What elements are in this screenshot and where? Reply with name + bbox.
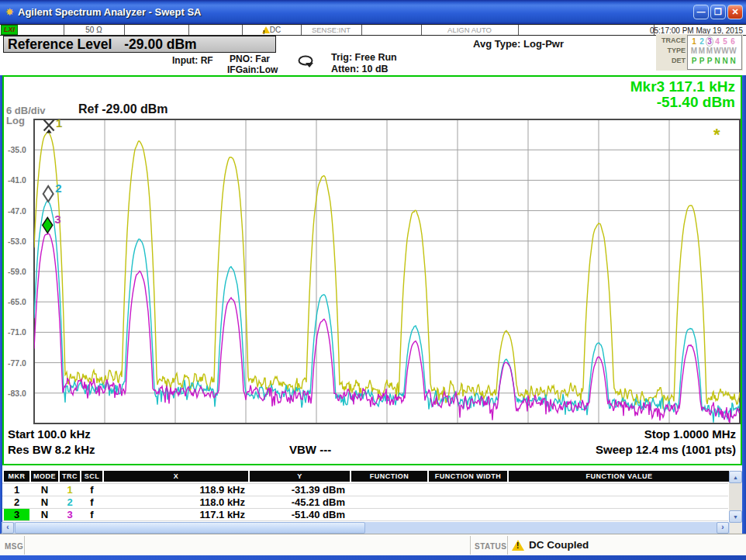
y-axis-label: -35.0 — [8, 145, 26, 154]
divider — [24, 536, 25, 555]
lxi-badge: LXI — [1, 25, 18, 35]
scroll-right-button[interactable]: › — [717, 522, 729, 534]
trace-number-5: 5 — [721, 37, 729, 46]
status-strip-divider — [124, 25, 125, 35]
col-header-mkr[interactable]: MKR — [4, 471, 29, 482]
start-freq-label: Start 100.0 kHz — [8, 427, 91, 441]
marker-table-row-1[interactable]: 1N1f118.9 kHz-31.39 dBm — [2, 484, 730, 496]
trace-det-value: N — [713, 57, 721, 65]
marker-readout: Mkr3 117.1 kHz -51.40 dBm — [630, 79, 735, 110]
trace-number-1: 1 — [690, 37, 698, 46]
sweep-label: Sweep 12.4 ms (1001 pts) — [596, 443, 736, 456]
atten-setting: Atten: 10 dB — [331, 64, 389, 74]
trace-type-value: W — [713, 47, 721, 55]
trace-det-value: P — [698, 57, 706, 65]
trace-values-box: 123456 MMMWWW PPPNNN — [687, 35, 742, 70]
cell-x: 118.0 kHz — [104, 496, 245, 508]
reference-level-value: -29.00 dBm — [124, 36, 196, 52]
status-label: STATUS — [475, 542, 507, 551]
dc-label: DC — [270, 26, 281, 34]
impedance-indicator: 50 Ω — [64, 26, 124, 34]
col-header-trc[interactable]: TRC — [60, 471, 80, 482]
trace-number-4: 4 — [713, 37, 721, 46]
message-status-bar: MSG STATUS ! DC Coupled — [0, 534, 746, 555]
trace-type-value: M — [706, 47, 713, 55]
trace-det-value: P — [690, 57, 698, 65]
trace-number-2: 2 — [698, 37, 706, 46]
title-bar[interactable]: ✸ Agilent Spectrum Analyzer - Swept SA —… — [0, 0, 746, 24]
avg-type-setting: Avg Type: Log-Pwr — [473, 38, 564, 50]
marker-3-glyph — [43, 217, 53, 233]
spectrum-display-panel: 123 Mkr3 117.1 kHz -51.40 dBm 6 dB/div L… — [2, 75, 742, 465]
warning-exclamation: ! — [263, 29, 265, 36]
input-setting: Input: RF — [172, 55, 213, 66]
y-axis-label: -41.0 — [8, 175, 26, 185]
col-header-x[interactable]: X — [104, 471, 248, 482]
cell-y: -31.39 dBm — [250, 484, 345, 496]
ref-level-annotation: Ref -29.00 dBm — [78, 102, 168, 116]
y-axis-label: -53.0 — [8, 237, 26, 246]
y-axis-label: -47.0 — [8, 206, 26, 216]
trace-type-value: W — [729, 47, 737, 55]
window-border-bottom — [0, 555, 746, 560]
marker-label-3: 3 — [54, 213, 60, 226]
scrollbar-thumb[interactable] — [15, 522, 365, 534]
minimize-button[interactable]: — — [693, 5, 709, 19]
cell-trc: 2 — [60, 496, 80, 508]
y-axis-label: -71.0 — [8, 327, 26, 337]
warning-exclamation: ! — [516, 541, 519, 550]
pno-setting: PNO: Far — [230, 54, 270, 64]
status-strip-divider — [188, 25, 189, 35]
trace-number-3: 3 — [706, 36, 713, 47]
marker-label-2: 2 — [55, 181, 61, 195]
cell-mode: N — [31, 496, 58, 508]
y-axis-label: -83.0 — [8, 389, 26, 398]
trace-det-row: PPPNNN — [690, 57, 741, 67]
horizontal-scrollbar[interactable]: ‹ › — [2, 522, 730, 534]
marker-readout-freq: Mkr3 117.1 kHz — [630, 79, 735, 95]
close-button[interactable]: ✕ — [727, 5, 743, 19]
marker-2-glyph — [43, 186, 54, 202]
log-scale-label: Log — [6, 115, 25, 126]
dc-warning-indicator: !DC — [242, 26, 301, 34]
trace-type-value: W — [721, 47, 729, 55]
marker-1-apex — [47, 130, 52, 133]
cell-trc: 3 — [60, 509, 80, 520]
spectrum-plot: 123 — [4, 77, 741, 464]
status-strip-divider — [518, 25, 519, 35]
col-header-function-value[interactable]: FUNCTION VALUE — [509, 471, 730, 482]
marker-readout-ampl: -51.40 dBm — [630, 95, 735, 110]
cell-y: -51.40 dBm — [250, 509, 345, 520]
marker-table-row-3[interactable]: 3N3f117.1 kHz-51.40 dBm — [2, 509, 730, 521]
vertical-scrollbar[interactable]: ▲ ▼ — [729, 471, 742, 523]
col-header-mode[interactable]: MODE — [31, 471, 58, 482]
scroll-left-button[interactable]: ‹ — [2, 522, 14, 534]
app-icon: ✸ — [5, 6, 14, 18]
col-header-function-width[interactable]: FUNCTION WIDTH — [429, 471, 507, 482]
reference-level-label: Reference Level — [8, 36, 112, 52]
marker-label-1: 1 — [56, 116, 62, 130]
res-bw-label: Res BW 8.2 kHz — [8, 443, 95, 456]
cell-y: -45.21 dBm — [250, 496, 345, 508]
y-axis-label: -65.0 — [8, 297, 26, 306]
col-header-function[interactable]: FUNCTION — [351, 471, 427, 482]
cell-x: 118.9 kHz — [104, 484, 245, 496]
trace-type-row: MMMWWW — [690, 47, 741, 57]
trace-det-value: N — [721, 57, 729, 65]
window-border-right — [742, 24, 746, 560]
trace-type-value: M — [690, 47, 698, 55]
scroll-down-button[interactable]: ▼ — [729, 510, 742, 523]
header-area: Reference Level-29.00 dBm Input: RF PNO:… — [0, 36, 746, 75]
col-header-y[interactable]: Y — [250, 471, 350, 482]
reference-level-box[interactable]: Reference Level-29.00 dBm — [3, 36, 276, 53]
vbw-label: VBW --- — [289, 443, 331, 456]
scroll-up-button[interactable]: ▲ — [729, 471, 742, 483]
sense-indicator: SENSE:INT — [301, 26, 361, 34]
trigger-setting: Trig: Free Run — [331, 52, 397, 63]
maximize-button[interactable]: ❐ — [710, 5, 726, 19]
trace-number-6: 6 — [729, 37, 737, 46]
col-header-scl[interactable]: SCL — [81, 471, 102, 482]
marker-table-row-2[interactable]: 2N2f118.0 kHz-45.21 dBm — [2, 496, 730, 509]
trace-status-panel[interactable]: TRACE TYPE DET 123456 MMMWWW PPPNNN — [656, 34, 743, 71]
type-row-label: TYPE — [656, 47, 686, 54]
